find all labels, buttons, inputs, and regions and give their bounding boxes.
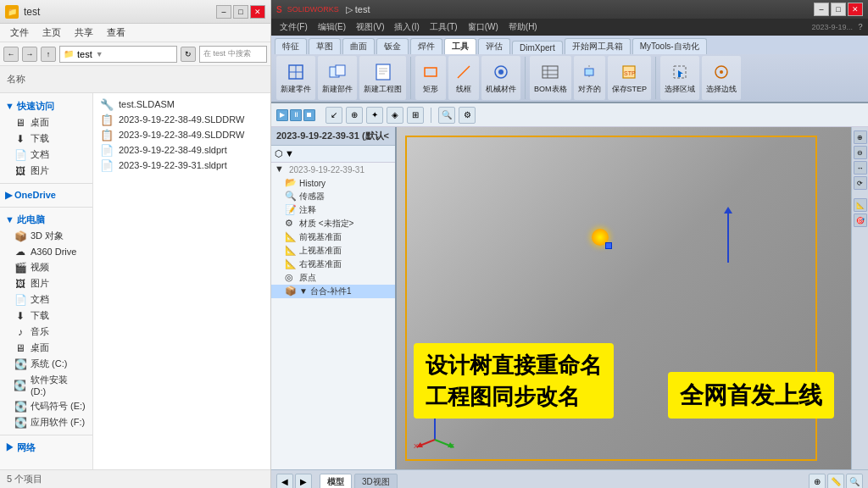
sw-btn-align[interactable]: 对齐的 (574, 56, 605, 100)
sidebar-item-desktop[interactable]: 🖥桌面 (0, 114, 92, 130)
sidebar-item-e[interactable]: 💽代码符号 (E:) (0, 398, 92, 414)
file-item-sldasm[interactable]: 🔧 test.SLDASM (97, 97, 267, 112)
sidebar-item-desk2[interactable]: 🖥桌面 (0, 340, 92, 356)
file-item-sldprt-1[interactable]: 📄 2023-9-19-22-38-49.sldprt (97, 142, 267, 158)
sidebar-item-3d[interactable]: 📦3D 对象 (0, 228, 92, 244)
quick-access-header[interactable]: ▼ 快速访问 (0, 98, 92, 114)
sw-right-btn-2[interactable]: ⊖ (854, 146, 867, 159)
sw-btn-select-region[interactable]: 选择区域 (660, 56, 699, 100)
sw-tab-eval[interactable]: 评估 (478, 38, 510, 54)
sw-menu-edit[interactable]: 编辑(E) (313, 19, 351, 36)
sw-menu-insert[interactable]: 插入(I) (389, 19, 424, 36)
minimize-button[interactable]: – (216, 5, 231, 19)
sw-tool-btn-4[interactable]: ◈ (387, 107, 403, 124)
sw-btn-select-edge[interactable]: 选择边线 (702, 56, 741, 100)
sw-menu-tools[interactable]: 工具(T) (425, 19, 463, 36)
sw-bottom-tool-1[interactable]: ⊕ (809, 474, 826, 489)
onedrive-header[interactable]: ▶ OneDrive (0, 188, 92, 202)
sw-page-next[interactable]: ▶ (295, 474, 312, 489)
sw-close-button[interactable]: ✕ (848, 3, 863, 16)
sw-right-btn-5[interactable]: 📐 (854, 198, 867, 212)
sw-btn-new-part[interactable]: 新建零件 (276, 56, 315, 100)
sw-bottom-tab-3d[interactable]: 3D视图 (354, 474, 398, 489)
sw-tab-surface[interactable]: 曲面 (342, 38, 375, 54)
sw-btn-line[interactable]: 线框 (448, 56, 479, 100)
sw-tool-btn-6[interactable]: 🔍 (438, 107, 455, 124)
tree-nav-icon[interactable]: ⬡ (275, 148, 283, 159)
sw-right-btn-1[interactable]: ⊕ (854, 130, 867, 144)
sw-tree-history[interactable]: 📂 History (271, 176, 395, 190)
sidebar-item-downloads[interactable]: ⬇下载 (0, 130, 92, 147)
sw-btn-mech[interactable]: 机械材件 (481, 56, 520, 100)
pause-button[interactable]: ⏸ (290, 109, 302, 121)
sw-menu-file[interactable]: 文件(F) (275, 19, 313, 36)
sw-tab-network[interactable]: 开始网工具箱 (565, 38, 631, 54)
file-item-sldprt-2[interactable]: 📄 2023-9-19-22-39-31.sldprt (97, 158, 267, 173)
sw-tool-btn-5[interactable]: ⊞ (407, 107, 424, 124)
close-button[interactable]: ✕ (250, 5, 265, 19)
sw-tab-dimxpert[interactable]: DimXpert (512, 41, 563, 54)
sw-tab-sketch[interactable]: 草图 (309, 38, 341, 54)
sw-btn-rect[interactable]: 矩形 (415, 56, 446, 100)
refresh-button[interactable]: ↻ (181, 47, 196, 62)
sw-right-btn-3[interactable]: ↔ (854, 161, 867, 175)
address-input[interactable]: 📁 test ▼ (59, 46, 177, 63)
sw-page-prev[interactable]: ◀ (276, 474, 293, 489)
sw-tree-material[interactable]: ⚙ 材质 <未指定> (271, 217, 395, 230)
sw-tree-part1[interactable]: 📦 ▼ 台合-补件1 (271, 285, 395, 298)
menu-share[interactable]: 共享 (68, 25, 100, 41)
back-button[interactable]: ← (3, 47, 19, 62)
sw-tree-sensor[interactable]: 🔍 传感器 (271, 190, 395, 203)
sw-tool-btn-1[interactable]: ↙ (326, 107, 342, 124)
sw-bottom-tool-2[interactable]: 📏 (827, 474, 844, 489)
sidebar-item-a360[interactable]: ☁A360 Drive (0, 244, 92, 259)
up-button[interactable]: ↑ (41, 47, 56, 62)
sw-tree-right-plane[interactable]: 📐 右视基准面 (271, 258, 395, 271)
sw-btn-new-asm[interactable]: 新建部件 (318, 56, 357, 100)
file-item-slddrw-1[interactable]: 📋 2023-9-19-22-38-49.SLDDRW (97, 112, 267, 127)
sw-tree-top-plane[interactable]: 📐 上视基准面 (271, 244, 395, 258)
sw-tree-annotation[interactable]: 📝 注释 (271, 203, 395, 217)
sw-tree-front-plane[interactable]: 📐 前视基准面 (271, 230, 395, 244)
sw-viewport[interactable]: Y X Z 设计树直接重命名 工程图同步改名 全网首发上线 (397, 127, 851, 469)
menu-view[interactable]: 查看 (100, 25, 132, 41)
thispc-header[interactable]: ▼ 此电脑 (0, 212, 92, 228)
stop-button[interactable]: ⏹ (303, 109, 315, 121)
sw-tool-btn-2[interactable]: ⊕ (346, 107, 363, 124)
sw-tool-btn-7[interactable]: ⚙ (459, 107, 476, 124)
sidebar-item-docs[interactable]: 📄文档 (0, 291, 92, 308)
sw-tree-origin[interactable]: ◎ 原点 (271, 271, 395, 285)
sidebar-item-music[interactable]: ♪音乐 (0, 324, 92, 340)
sw-tree-root[interactable]: ▼ 2023-9-19-22-39-31 (271, 163, 395, 176)
sw-right-btn-6[interactable]: 🎯 (854, 214, 867, 227)
forward-button[interactable]: → (22, 47, 37, 62)
play-button[interactable]: ▶ (276, 109, 288, 121)
menu-file[interactable]: 文件 (3, 25, 36, 41)
sidebar-item-pics[interactable]: 🖼图片 (0, 275, 92, 291)
sw-right-btn-4[interactable]: ⟳ (854, 176, 867, 190)
sidebar-item-documents[interactable]: 📄文档 (0, 147, 92, 163)
sw-maximize-button[interactable]: □ (831, 3, 846, 16)
sw-menu-view[interactable]: 视图(V) (351, 19, 389, 36)
sw-btn-new-drawing[interactable]: 新建工程图 (359, 56, 406, 100)
sw-tool-btn-3[interactable]: ✦ (366, 107, 383, 124)
sidebar-item-d[interactable]: 💽软件安装 (D:) (0, 372, 92, 398)
sw-bottom-tool-3[interactable]: 🔍 (846, 474, 863, 489)
sw-menu-help[interactable]: 帮助(H) (504, 19, 542, 36)
sidebar-item-dl[interactable]: ⬇下载 (0, 308, 92, 324)
sw-bottom-tab-model[interactable]: 模型 (320, 474, 352, 489)
sidebar-item-f[interactable]: 💽应用软件 (F:) (0, 414, 92, 430)
sw-menu-window[interactable]: 窗口(W) (463, 19, 504, 36)
menu-home[interactable]: 主页 (36, 25, 68, 41)
sw-btn-bom[interactable]: BOM表格 (530, 56, 571, 100)
sidebar-item-pictures[interactable]: 🖼图片 (0, 163, 92, 179)
sw-tab-weld[interactable]: 焊件 (410, 38, 442, 54)
sidebar-item-c[interactable]: 💽系统 (C:) (0, 356, 92, 372)
sw-tab-sheet[interactable]: 钣金 (376, 38, 409, 54)
sidebar-item-video[interactable]: 🎬视频 (0, 259, 92, 275)
sw-tab-mytools[interactable]: MyTools-自动化 (632, 38, 707, 54)
tree-filter-icon[interactable]: ▼ (285, 148, 294, 159)
file-item-slddrw-2[interactable]: 📋 2023-9-19-22-38-49.SLDDRW (97, 127, 267, 142)
sw-btn-save-step[interactable]: STP 保存STEP (608, 56, 652, 100)
maximize-button[interactable]: □ (233, 5, 248, 19)
